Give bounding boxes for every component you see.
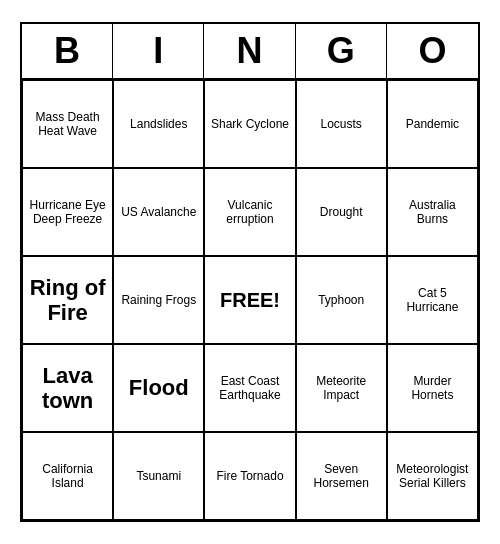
bingo-cell-13: Typhoon (296, 256, 387, 344)
bingo-cell-24: Meteorologist Serial Killers (387, 432, 478, 520)
bingo-cell-21: Tsunami (113, 432, 204, 520)
bingo-cell-2: Shark Cyclone (204, 80, 295, 168)
bingo-cell-9: Australia Burns (387, 168, 478, 256)
bingo-cell-23: Seven Horsemen (296, 432, 387, 520)
bingo-cell-15: Lava town (22, 344, 113, 432)
bingo-card: BINGO Mass Death Heat WaveLandslidesShar… (20, 22, 480, 522)
header-letter-o: O (387, 24, 478, 78)
bingo-cell-1: Landslides (113, 80, 204, 168)
bingo-cell-5: Hurricane Eye Deep Freeze (22, 168, 113, 256)
bingo-cell-10: Ring of Fire (22, 256, 113, 344)
bingo-cell-6: US Avalanche (113, 168, 204, 256)
bingo-grid: Mass Death Heat WaveLandslidesShark Cycl… (22, 80, 478, 520)
bingo-cell-19: Murder Hornets (387, 344, 478, 432)
bingo-cell-0: Mass Death Heat Wave (22, 80, 113, 168)
bingo-cell-11: Raining Frogs (113, 256, 204, 344)
bingo-header: BINGO (22, 24, 478, 80)
header-letter-g: G (296, 24, 387, 78)
bingo-cell-14: Cat 5 Hurricane (387, 256, 478, 344)
bingo-cell-3: Locusts (296, 80, 387, 168)
bingo-cell-7: Vulcanic erruption (204, 168, 295, 256)
bingo-cell-4: Pandemic (387, 80, 478, 168)
bingo-cell-18: Meteorite Impact (296, 344, 387, 432)
bingo-cell-12: FREE! (204, 256, 295, 344)
bingo-cell-8: Drought (296, 168, 387, 256)
header-letter-n: N (204, 24, 295, 78)
bingo-cell-22: Fire Tornado (204, 432, 295, 520)
bingo-cell-16: Flood (113, 344, 204, 432)
header-letter-i: I (113, 24, 204, 78)
bingo-cell-17: East Coast Earthquake (204, 344, 295, 432)
bingo-cell-20: California Island (22, 432, 113, 520)
header-letter-b: B (22, 24, 113, 78)
